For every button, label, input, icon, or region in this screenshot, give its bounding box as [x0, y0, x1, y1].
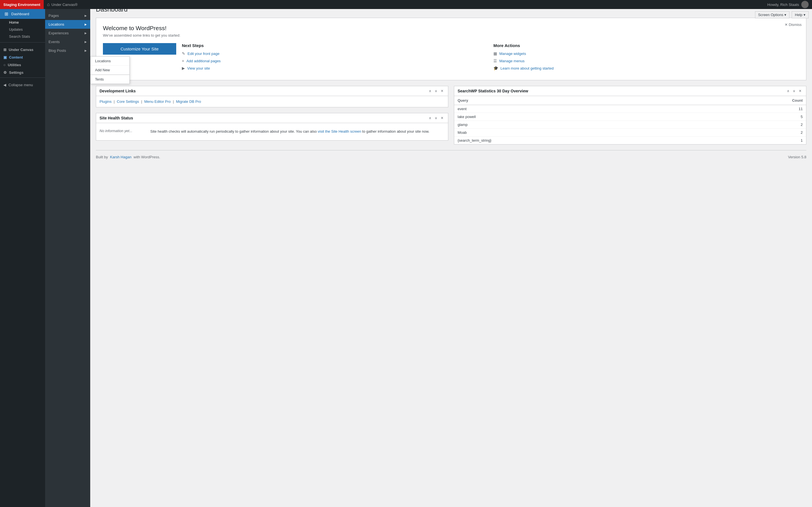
widget-down-button[interactable]: ∨ [434, 89, 439, 94]
separator: | [114, 100, 116, 104]
submenu-experiences[interactable]: Experiences ▶ [45, 29, 90, 38]
collapse-label: Collapse menu [8, 83, 33, 87]
left-widgets-col: Development Links ∧ ∨ ✕ Plugins | Core S… [96, 86, 448, 145]
count-cell: 1 [701, 136, 806, 145]
sidebar-item-dashboard[interactable]: ⊞ Dashboard [0, 9, 45, 19]
query-cell: glamp [454, 121, 701, 129]
submenu-pages[interactable]: Pages ▶ [45, 11, 90, 20]
help-button[interactable]: Help ▾ [792, 11, 809, 18]
events-arrow-icon: ▶ [85, 40, 87, 43]
customize-col: Customize Your Site [103, 43, 176, 55]
dismiss-button[interactable]: ✕ Dismiss [784, 22, 802, 27]
health-up-button[interactable]: ∧ [428, 115, 433, 121]
table-row: {search_term_string}1 [454, 136, 806, 145]
events-label: Events [49, 40, 60, 44]
locations-arrow-icon: ▶ [85, 23, 87, 26]
count-cell: 2 [701, 129, 806, 136]
edit-front-page-link[interactable]: Edit your front page [188, 52, 219, 56]
pages-arrow-icon: ▶ [85, 14, 87, 17]
screen-options-button[interactable]: Screen Options ▾ [755, 11, 790, 18]
widget-controls: ∧ ∨ ✕ [428, 89, 445, 94]
help-label: Help [795, 13, 802, 17]
staging-badge: Staging Environment [0, 0, 44, 9]
submenu-blog-posts[interactable]: Blog Posts ▶ [45, 46, 90, 55]
add-pages-link[interactable]: Add additional pages [186, 59, 220, 63]
content-label: Content [9, 55, 23, 59]
count-cell: 11 [701, 105, 806, 113]
utilities-icon: ○ [3, 63, 6, 67]
submenu-locations[interactable]: Locations ▶ [45, 20, 90, 29]
menus-icon: ☰ [493, 59, 497, 63]
health-close-button[interactable]: ✕ [440, 115, 445, 121]
site-health-description: Site health checks will automatically ru… [150, 129, 429, 135]
next-steps-list: ✎ Edit your front page + Add additional … [182, 51, 488, 70]
blog-posts-label: Blog Posts [49, 48, 66, 53]
flyout-locations[interactable]: Locations [91, 57, 130, 66]
count-cell: 2 [701, 121, 806, 129]
admin-bar-site[interactable]: ⌂ Under Canvas® [44, 2, 81, 7]
table-row: event11 [454, 105, 806, 113]
learn-more-link[interactable]: Learn more about getting started [500, 66, 554, 70]
utilities-label: Utilities [8, 63, 21, 67]
stats-close-button[interactable]: ✕ [798, 89, 803, 94]
flyout-tents[interactable]: Tents [91, 75, 130, 83]
stats-down-button[interactable]: ∨ [792, 89, 797, 94]
chevron-down-icon-help: ▾ [804, 13, 806, 17]
separator-2 [0, 77, 45, 78]
site-health-header: Site Health Status ∧ ∨ ✕ [96, 113, 448, 123]
query-cell: event [454, 105, 701, 113]
view-site-link[interactable]: View your site [187, 66, 210, 70]
searchwp-header: SearchWP Statistics 30 Day Overview ∧ ∨ … [454, 86, 806, 96]
screen-options-label: Screen Options [758, 13, 783, 17]
chevron-down-icon: ▾ [784, 13, 786, 17]
migrate-db-link[interactable]: Migrate DB Pro [176, 100, 201, 104]
sidebar-item-updates[interactable]: Updates [0, 26, 45, 33]
sidebar-item-utilities[interactable]: ○ Utilities [0, 60, 45, 68]
flyout-add-new[interactable]: Add New [91, 66, 130, 75]
query-cell: {search_term_string} [454, 136, 701, 145]
widget-close-button[interactable]: ✕ [440, 89, 445, 94]
footer-left: Built by Karsh Hagan with WordPress. [96, 155, 160, 159]
sidebar-item-under-canvas[interactable]: ⊞ Under Canvas [0, 45, 45, 52]
table-row: lake powell5 [454, 113, 806, 121]
count-cell: 5 [701, 113, 806, 121]
widget-up-button[interactable]: ∧ [428, 89, 433, 94]
sidebar-item-home[interactable]: Home [0, 19, 45, 26]
separator-1 [0, 42, 45, 43]
sidebar-item-content[interactable]: ▣ Content [0, 52, 45, 60]
manage-widgets-link[interactable]: Manage widgets [499, 52, 526, 56]
welcome-grid: Customize Your Site Next Steps ✎ Edit yo… [103, 43, 799, 73]
table-row: glamp2 [454, 121, 806, 129]
collapse-menu-button[interactable]: ◀ Collapse menu [0, 80, 45, 90]
customize-button[interactable]: Customize Your Site [103, 43, 176, 55]
stats-up-button[interactable]: ∧ [786, 89, 791, 94]
menu-editor-link[interactable]: Menu Editor Pro [144, 100, 171, 104]
top-bar-buttons: Screen Options ▾ Help ▾ [752, 9, 812, 20]
widgets-row: Development Links ∧ ∨ ✕ Plugins | Core S… [96, 86, 806, 145]
welcome-subtitle: We've assembled some links to get you st… [103, 33, 799, 38]
plugins-link[interactable]: Plugins [100, 100, 112, 104]
with-wp-text: with WordPress. [134, 155, 160, 159]
col-count: Count [701, 96, 806, 105]
dismiss-label: Dismiss [789, 22, 802, 27]
edit-icon: ✎ [182, 51, 185, 56]
list-item: ☰ Manage menus [493, 59, 799, 63]
dashboard-label: Dashboard [11, 12, 29, 16]
welcome-box: ✕ Dismiss Welcome to WordPress! We've as… [96, 18, 806, 80]
sidebar-item-search-stats[interactable]: Search Stats [0, 33, 45, 40]
author-link[interactable]: Karsh Hagan [110, 155, 132, 159]
health-down-button[interactable]: ∨ [434, 115, 439, 121]
widgets-icon: ▦ [493, 51, 497, 56]
core-settings-link[interactable]: Core Settings [117, 100, 139, 104]
welcome-title: Welcome to WordPress! [103, 25, 799, 32]
settings-label: Settings [9, 70, 23, 75]
separator: | [173, 100, 175, 104]
manage-menus-link[interactable]: Manage menus [499, 59, 525, 63]
sidebar-item-settings[interactable]: ⚙ Settings [0, 68, 45, 75]
built-by-text: Built by [96, 155, 108, 159]
avatar [801, 1, 809, 8]
site-health-link[interactable]: visit the Site Health screen [318, 129, 361, 133]
admin-bar: Staging Environment ⌂ Under Canvas® Howd… [0, 0, 812, 9]
experiences-label: Experiences [49, 31, 69, 35]
submenu-events[interactable]: Events ▶ [45, 38, 90, 46]
